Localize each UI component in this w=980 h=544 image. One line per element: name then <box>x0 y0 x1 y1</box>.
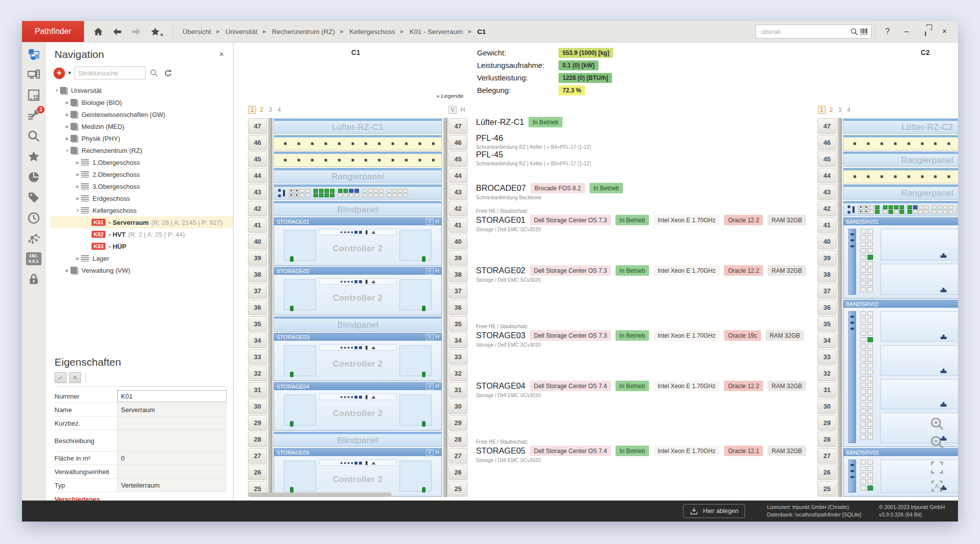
rack-unit-number[interactable]: 34 <box>248 333 267 348</box>
tree-item[interactable]: ▶2.Obergeschoss <box>50 168 233 180</box>
device-name-link[interactable]: BROCADE07 <box>476 183 526 193</box>
rack-unit-number[interactable]: 33 <box>448 349 468 365</box>
rack-unit-number[interactable]: 46 <box>818 135 836 150</box>
rack-unit-number[interactable]: 32 <box>448 366 468 381</box>
discard-button[interactable]: ✕ <box>69 372 81 383</box>
tag-icon[interactable] <box>26 190 42 205</box>
device-name-link[interactable]: STORAGE05 <box>476 446 526 456</box>
collapse-icon[interactable]: ▼ <box>54 88 60 93</box>
tree-item[interactable]: ▶1.Obergeschoss <box>50 156 233 168</box>
property-value-field[interactable]: Verteilerraum <box>117 479 227 492</box>
rack-unit-number[interactable]: 26 <box>818 465 836 480</box>
rack-unit-number[interactable]: 47 <box>248 118 267 134</box>
rack-unit-number[interactable]: 37 <box>818 283 836 299</box>
add-node-button[interactable]: + <box>54 67 65 79</box>
rack-device-yellow[interactable] <box>843 135 958 150</box>
rack-device-switch[interactable] <box>843 201 958 216</box>
breadcrumb-item[interactable]: C1 <box>478 28 486 35</box>
close-navigation-icon[interactable]: × <box>217 49 226 59</box>
rack-unit-number[interactable]: 33 <box>248 349 267 365</box>
rack-unit-number[interactable]: 35 <box>248 316 267 332</box>
horizontal-scrollbar[interactable] <box>248 493 392 497</box>
breadcrumb-item[interactable]: Rechenzentrum (RZ) <box>272 28 335 35</box>
star-icon[interactable] <box>26 149 42 164</box>
tree-item[interactable]: K01- Serverraum(R: 28 | A: 2145 | P: 927… <box>50 216 233 228</box>
expand-icon[interactable]: ▶ <box>74 256 81 261</box>
expand-icon[interactable]: ▶ <box>74 172 81 177</box>
rack-unit-number[interactable]: 39 <box>818 250 836 266</box>
lock-icon[interactable] <box>26 272 42 287</box>
expand-icon[interactable]: ▶ <box>64 100 70 105</box>
search-icon[interactable] <box>849 26 859 36</box>
rack-unit-number[interactable]: 46 <box>248 135 267 150</box>
back-icon[interactable] <box>111 25 123 37</box>
barcode-icon[interactable] <box>859 26 869 36</box>
tree-item[interactable]: ▶Geisteswissenschaften (GW) <box>50 108 233 120</box>
rack-unit-number[interactable]: 43 <box>248 184 267 200</box>
device-view-h[interactable]: H <box>436 384 439 389</box>
tree-item[interactable]: ▶Erdgeschoss <box>50 192 233 204</box>
rack-unit-number[interactable]: 29 <box>248 415 267 431</box>
rack-device-switch[interactable] <box>274 184 442 200</box>
rack-unit-number[interactable]: 32 <box>248 366 267 381</box>
auto-label-button[interactable]: A <box>930 479 944 494</box>
rack-unit-number[interactable]: 27 <box>818 448 836 464</box>
device-view-v[interactable]: V <box>426 218 434 225</box>
tree-item[interactable]: ▼Rechenzentrum (RZ) <box>50 144 233 156</box>
rack-device-yellow[interactable] <box>274 151 442 167</box>
rack-device-blindpanel[interactable]: Blindpanel <box>274 201 442 216</box>
device-name-link[interactable]: PFL-46 <box>476 133 503 143</box>
rack-unit-number[interactable]: 44 <box>448 168 468 183</box>
rack-unit-number[interactable]: 37 <box>248 283 267 299</box>
rack-unit-number[interactable]: 39 <box>448 250 468 266</box>
workplace-icon[interactable] <box>26 67 42 82</box>
rack-unit-number[interactable]: 28 <box>448 432 468 447</box>
rack-unit-number[interactable]: 46 <box>448 135 468 150</box>
app-logo[interactable]: Pathfinder <box>22 21 84 42</box>
rack-unit-number[interactable]: 35 <box>818 316 836 332</box>
device-view-h[interactable]: H <box>436 219 439 224</box>
rack-unit-number[interactable]: 43 <box>818 184 836 200</box>
rack-unit-number[interactable]: 44 <box>818 168 836 183</box>
rack-unit-number[interactable]: 29 <box>448 415 468 431</box>
property-value-field[interactable]: 0 <box>117 452 227 465</box>
help-button[interactable]: ? <box>878 21 897 42</box>
property-value-field[interactable] <box>117 430 227 451</box>
rack-device-yellow[interactable] <box>843 168 958 183</box>
view-toggle-v[interactable]: V <box>448 106 456 114</box>
rack-device-storage02[interactable]: STORAGE02VHController 2 <box>274 267 442 315</box>
device-view-v[interactable]: V <box>426 334 434 340</box>
rack-tab[interactable]: 1 <box>248 106 256 114</box>
tree-item[interactable]: ▼Universität <box>50 84 233 96</box>
rack-tab[interactable]: 2 <box>828 106 834 113</box>
device-name-link[interactable]: STORAGE01 <box>476 215 526 225</box>
maximize-button[interactable] <box>916 21 935 42</box>
collapse-icon[interactable]: ▼ <box>74 208 81 213</box>
refresh-icon[interactable] <box>162 67 174 79</box>
breadcrumb-item[interactable]: Kellergeschoss <box>350 28 396 35</box>
device-name-link[interactable]: STORAGE02 <box>476 266 526 275</box>
rack-unit-number[interactable]: 31 <box>448 382 468 398</box>
rack-unit-number[interactable]: 40 <box>248 234 267 249</box>
rack-unit-number[interactable]: 44 <box>248 168 267 183</box>
rack-unit-number[interactable]: 42 <box>818 201 836 216</box>
rack-unit-number[interactable]: 31 <box>818 382 836 398</box>
rack-unit-number[interactable]: 42 <box>448 201 468 216</box>
rack-unit-number[interactable]: 41 <box>448 217 468 233</box>
rack-unit-number[interactable]: 25 <box>448 481 468 497</box>
home-icon[interactable] <box>92 25 104 37</box>
star-add-icon[interactable]: + <box>149 25 161 37</box>
rack-unit-number[interactable]: 27 <box>248 448 267 464</box>
tree-item[interactable]: ▶Verwaltung (VW) <box>50 264 233 276</box>
device-view-h[interactable]: H <box>436 334 439 340</box>
device-name-link[interactable]: PFL-45 <box>476 150 503 159</box>
collapse-icon[interactable]: ▼ <box>64 148 70 153</box>
rack-unit-number[interactable]: 43 <box>448 184 468 200</box>
rack-unit-number[interactable]: 47 <box>818 118 836 134</box>
rack-device-bandsrv01[interactable]: BANDSRV01 <box>843 217 958 299</box>
rack-unit-number[interactable]: 35 <box>448 316 468 332</box>
rack-unit-number[interactable]: 41 <box>248 217 267 233</box>
rack-device-storage04[interactable]: STORAGE04VHController 2 <box>274 382 442 431</box>
structure-search-input[interactable] <box>74 66 146 79</box>
property-value-field[interactable] <box>117 465 227 478</box>
